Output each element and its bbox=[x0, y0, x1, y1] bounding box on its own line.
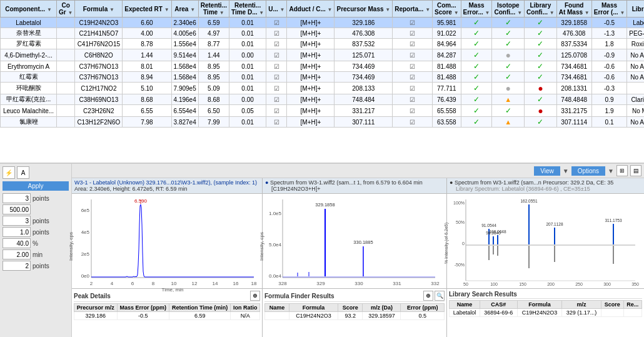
chromatogram-panel: W3-1 - Labetalol (Unknown) 329.176...012… bbox=[72, 178, 263, 288]
table-row[interactable]: 氯康唑C13H12F2N6O7.983.827e47.990.01☑[M+H]+… bbox=[1, 117, 645, 128]
table-cell: ☑ bbox=[393, 117, 433, 128]
chrom-chart-area: Intensity, cps 0e0 2e5 4e5 6e5 2 4 6 8 bbox=[72, 194, 262, 288]
ms-spectrum-panel: ● Spectrum from W3-1.wiff2 (sam...t 1, f… bbox=[263, 178, 447, 288]
chrom-title-text: W3-1 - Labetalol (Unknown) 329.176...012… bbox=[74, 179, 257, 186]
col-u[interactable]: U... ▼ bbox=[266, 1, 287, 18]
col-isotope-confi[interactable]: IsotopeConfi... ▼ bbox=[492, 1, 525, 18]
table-cell: 81.488 bbox=[433, 61, 461, 72]
col-mass-error[interactable]: MassError... ▼ bbox=[461, 1, 492, 18]
table-cell: ☑ bbox=[393, 94, 433, 105]
options-button[interactable]: Options bbox=[571, 166, 605, 176]
data-table-container: Component... ▼ CoGr ▼ Formula ▼ Expected… bbox=[0, 0, 644, 164]
table-cell: 8.95 bbox=[198, 61, 229, 72]
peak-col-rt: Retention Time (min) bbox=[169, 304, 231, 312]
col-precursor-mass[interactable]: Precursor Mass ▼ bbox=[335, 1, 393, 18]
layout-icon-2[interactable]: ▤ bbox=[630, 165, 641, 176]
svg-text:150: 150 bbox=[519, 282, 526, 286]
table-cell: 0.01 bbox=[229, 117, 266, 128]
param-input-5[interactable] bbox=[3, 238, 31, 248]
table-cell: 6.59 bbox=[198, 18, 229, 28]
param-input-4[interactable] bbox=[3, 227, 31, 237]
col-library-confi[interactable]: LibraryConfi... ▼ bbox=[525, 1, 557, 18]
table-cell bbox=[57, 39, 75, 49]
table-cell: ☑ bbox=[393, 28, 433, 39]
col-expected-rt[interactable]: Expected RT ▼ bbox=[123, 1, 171, 18]
table-cell: C12H17NO2 bbox=[75, 83, 123, 94]
param-input-2[interactable] bbox=[3, 204, 31, 214]
layout-icon-1[interactable]: ⊞ bbox=[616, 165, 628, 176]
table-cell: ✓ bbox=[525, 94, 557, 105]
table-cell: ✓ bbox=[525, 18, 557, 28]
col-formula[interactable]: Formula ▼ bbox=[75, 1, 123, 18]
col-found-at-mass[interactable]: FoundAt Mass ▼ bbox=[556, 1, 591, 18]
peak-col-precursor: Precursor m/z bbox=[74, 304, 118, 312]
table-cell: 7.909e5 bbox=[171, 83, 198, 94]
table-cell: 0.00 bbox=[229, 49, 266, 61]
table-row[interactable]: Leuco Malachite...C23H26N26.556.554e46.5… bbox=[1, 105, 645, 117]
table-cell: [M+H]+ bbox=[287, 117, 335, 128]
formula-action-1[interactable]: ⊕ bbox=[423, 291, 433, 301]
peak-expand-icon[interactable]: ⊕ bbox=[250, 291, 260, 301]
col-retention-time[interactable]: Retenti...Time ▼ bbox=[198, 1, 229, 18]
formula-finder-title: Formula Finder Results ⊕ 🔍 bbox=[264, 291, 445, 302]
peak-detection-icon[interactable]: ⚡ bbox=[3, 166, 15, 179]
param-row-5: % bbox=[3, 238, 69, 248]
table-row[interactable]: 罗红霉素C41H76N2O158.781.556e48.770.01☑[M+H]… bbox=[1, 39, 645, 49]
library-search-panel: Library Search Results Name CAS# Formula… bbox=[447, 288, 644, 337]
library-search-title: Library Search Results bbox=[449, 291, 642, 299]
param-label-7: points bbox=[33, 263, 49, 269]
col-area[interactable]: Area ▼ bbox=[171, 1, 198, 18]
param-input-6[interactable] bbox=[3, 249, 31, 259]
ls-col-score: Score bbox=[601, 301, 623, 309]
table-row[interactable]: 红霉素C37H67NO138.941.568e48.950.01☑[M+H]+7… bbox=[1, 72, 645, 83]
ls-re-value bbox=[623, 309, 641, 317]
param-row-7: points bbox=[3, 261, 69, 271]
table-cell: 6.60 bbox=[123, 18, 171, 28]
param-input-1[interactable] bbox=[3, 193, 31, 203]
col-component[interactable]: Component... ▼ bbox=[1, 1, 57, 18]
table-cell: 63.558 bbox=[433, 117, 461, 128]
apply-button[interactable]: Apply bbox=[3, 181, 69, 191]
col-cogr[interactable]: CoGr ▼ bbox=[57, 1, 75, 18]
svg-text:50: 50 bbox=[463, 282, 468, 286]
table-row[interactable]: 环吡酮胺C12H17NO25.107.909e55.090.01☑[M+H]+2… bbox=[1, 83, 645, 94]
table-cell: ✓ bbox=[461, 39, 492, 49]
view-button[interactable]: View bbox=[534, 166, 560, 176]
table-cell: 91.022 bbox=[433, 28, 461, 39]
param-row-4: points bbox=[3, 227, 69, 237]
table-cell: Labetalol bbox=[1, 18, 57, 28]
table-row[interactable]: Erythromycin AC37H67NO138.011.568e48.950… bbox=[1, 61, 645, 72]
table-cell: ✓ bbox=[461, 94, 492, 105]
table-row[interactable]: 甲红霉素(克拉...C38H69NO138.684.196e48.680.00☑… bbox=[1, 94, 645, 105]
text-icon[interactable]: A bbox=[17, 166, 29, 179]
col-retention-time-d[interactable]: Retenti...Time D... ▼ bbox=[229, 1, 266, 18]
table-cell: 734.4681 bbox=[556, 72, 591, 83]
table-cell: 208.1331 bbox=[556, 83, 591, 94]
table-cell: ☑ bbox=[266, 39, 287, 49]
svg-text:350: 350 bbox=[631, 282, 639, 286]
table-cell: ✓ bbox=[525, 61, 557, 72]
table-cell: 77.711 bbox=[433, 83, 461, 94]
formula-action-2[interactable]: 🔍 bbox=[435, 291, 445, 301]
table-cell: 76.439 bbox=[433, 94, 461, 105]
table-row[interactable]: 奈替米星C21H41N5O74.004.005e64.970.01☑[M+H]+… bbox=[1, 28, 645, 39]
col-libra[interactable]: Libra... ▼ bbox=[627, 1, 644, 18]
table-cell: 1.9 bbox=[591, 105, 627, 117]
left-controls-panel: ⚡ A Apply points points points % min bbox=[0, 164, 72, 337]
table-cell: 1.8 bbox=[591, 39, 627, 49]
param-input-7[interactable] bbox=[3, 261, 31, 271]
param-input-3[interactable] bbox=[3, 216, 31, 226]
col-adduct[interactable]: Adduct / C... ▼ bbox=[287, 1, 335, 18]
table-cell: -0.3 bbox=[591, 83, 627, 94]
table-cell: 奈替米星 bbox=[1, 28, 57, 39]
table-cell: 0.00 bbox=[229, 94, 266, 105]
col-comp-score[interactable]: Com...Score ▼ bbox=[433, 1, 461, 18]
col-mass-error-ppm[interactable]: MassError (... ▼ bbox=[591, 1, 627, 18]
svg-text:0.0e4: 0.0e4 bbox=[269, 273, 282, 279]
table-cell: ✓ bbox=[492, 39, 525, 49]
table-row[interactable]: 4,6-Dimethyl-2-...C6H8N2O1.449.514e41.44… bbox=[1, 49, 645, 61]
chrom-svg: Intensity, cps 0e0 2e5 4e5 6e5 2 4 6 8 bbox=[76, 196, 257, 287]
col-reporta[interactable]: Reporta... ▼ bbox=[393, 1, 433, 18]
table-row[interactable]: LabetalolC19H24N2O36.602.340e66.590.01☑[… bbox=[1, 18, 645, 28]
table-cell: 甲红霉素(克拉... bbox=[1, 94, 57, 105]
